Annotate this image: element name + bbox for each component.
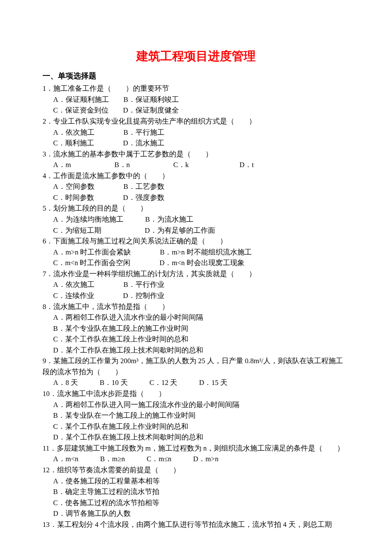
question-text: 11．多层建筑施工中施工段数为 m，施工过程数为 n，则组织流水施工应满足的条件… [43, 443, 349, 454]
option-line: A．两相邻工作队进入流水作业的最小时间间隔 [53, 312, 349, 323]
question: 6．下面施工段与施工过程之间关系说法正确的是（ ）A．m>n 时工作面会紧缺 B… [43, 236, 349, 269]
question-options: A．使各施工段的工程量基本相等B．确定主导施工过程的流水节拍C．使各施工过程的流… [43, 476, 349, 519]
question: 10．流水施工中流水步距是指（ ）A．两相邻工作队进入同一施工段流水作业的最小时… [43, 388, 349, 443]
option-line: C．顺利施工 D．流水施工 [53, 138, 349, 149]
question-text: 8．流水施工中，流水节拍是指（ ） [43, 301, 349, 312]
question: 13．某工程划分 4 个流水段，由两个施工队进行等节拍流水施工，流水节拍 4 天… [43, 519, 349, 530]
question-options: A．为连续均衡地施工 B．为流水施工C．为缩短工期 D．为有足够的工作面 [43, 214, 349, 236]
question-text: 1．施工准备工作是（ ）的重要环节 [43, 83, 349, 94]
option-line: A．依次施工 B．平行施工 [53, 127, 349, 138]
question-text: 2．专业工作队实现专业化且提高劳动生产率的组织方式是（ ） [43, 116, 349, 127]
question: 9．某施工段的工作量为 200m³，施工队的人数为 25 人，日产量 0.8m³… [43, 356, 349, 388]
question-text: 7．流水作业是一种科学组织施工的计划方法，其实质就是（ ） [43, 269, 349, 280]
option-line: D．调节各施工队的人数 [53, 508, 349, 519]
option-line: C．m<n 时工作面会空闲 D．m<n 时会出现窝工现象 [53, 257, 349, 269]
option-line: C．为缩短工期 D．为有足够的工作面 [53, 225, 349, 236]
question: 4．工作面是流水施工参数中的（ ）A．空间参数 B．工艺参数C．时间参数 D．强… [43, 171, 349, 203]
question-options: A．m<n B．m≥n C．m≤n D．m>n [43, 454, 349, 465]
question-options: A．依次施工 B．平行作业C．连续作业 D．控制作业 [43, 279, 349, 301]
question: 12．组织等节奏流水需要的前提是（ ）A．使各施工段的工程量基本相等B．确定主导… [43, 465, 349, 519]
question-text: 5．划分施工段的目的是（ ） [43, 203, 349, 214]
question-text: 12．组织等节奏流水需要的前提是（ ） [43, 465, 349, 476]
option-line: A．m>n 时工作面会紧缺 B．m>n 时不能组织流水施工 [53, 247, 349, 258]
option-line: A．m<n B．m≥n C．m≤n D．m>n [53, 454, 349, 465]
option-line: A．保证顺利施工 B．保证顺利竣工 [53, 94, 349, 105]
question-options: A．两相邻工作队进入流水作业的最小时间间隔B．某个专业队在施工段上的施工作业时间… [43, 312, 349, 356]
option-line: A．m B．n C．k D．t [53, 159, 349, 171]
question-text: 10．流水施工中流水步距是指（ ） [43, 388, 349, 399]
option-line: A．依次施工 B．平行作业 [53, 279, 349, 290]
option-line: A．为连续均衡地施工 B．为流水施工 [53, 214, 349, 225]
question-text: 9．某施工段的工作量为 200m³，施工队的人数为 25 人，日产量 0.8m³… [43, 356, 349, 377]
question-text: 4．工作面是流水施工参数中的（ ） [43, 171, 349, 182]
option-line: C．连续作业 D．控制作业 [53, 290, 349, 301]
option-line: B．确定主导施工过程的流水节拍 [53, 486, 349, 497]
option-line: A．两相邻工作队进入同一施工段流水作业的最小时间间隔 [53, 399, 349, 410]
question-text: 13．某工程划分 4 个流水段，由两个施工队进行等节拍流水施工，流水节拍 4 天… [43, 519, 349, 530]
question-options: A．m B．n C．k D．t [43, 159, 349, 171]
option-line: A．8 天 B．10 天 C．12 天 D．15 天 [53, 377, 349, 388]
option-line: C．某个工作队在施工段上作业时间的总和 [53, 334, 349, 345]
option-line: C．保证资金到位 D．保证制度健全 [53, 105, 349, 116]
option-line: C．时间参数 D．强度参数 [53, 192, 349, 203]
question-options: A．保证顺利施工 B．保证顺利竣工C．保证资金到位 D．保证制度健全 [43, 94, 349, 116]
option-line: B．某个专业队在施工段上的施工作业时间 [53, 323, 349, 334]
option-line: A．空间参数 B．工艺参数 [53, 181, 349, 192]
section-header: 一、单项选择题 [43, 70, 349, 82]
question-options: A．m>n 时工作面会紧缺 B．m>n 时不能组织流水施工C．m<n 时工作面会… [43, 247, 349, 269]
question: 11．多层建筑施工中施工段数为 m，施工过程数为 n，则组织流水施工应满足的条件… [43, 443, 349, 465]
question-options: A．空间参数 B．工艺参数C．时间参数 D．强度参数 [43, 181, 349, 203]
question-options: A．依次施工 B．平行施工C．顺利施工 D．流水施工 [43, 127, 349, 149]
question-options: A．8 天 B．10 天 C．12 天 D．15 天 [43, 377, 349, 388]
option-line: B．某专业队在一个施工段上的施工作业时间 [53, 410, 349, 421]
question-options: A．两相邻工作队进入同一施工段流水作业的最小时间间隔B．某专业队在一个施工段上的… [43, 399, 349, 443]
questions-container: 1．施工准备工作是（ ）的重要环节A．保证顺利施工 B．保证顺利竣工C．保证资金… [43, 83, 349, 530]
option-line: C．某个工作队在施工段上作业时间的总和 [53, 421, 349, 432]
question: 8．流水施工中，流水节拍是指（ ）A．两相邻工作队进入流水作业的最小时间间隔B．… [43, 301, 349, 356]
question-text: 3．流水施工的基本参数中属于工艺参数的是（ ） [43, 149, 349, 160]
question: 5．划分施工段的目的是（ ）A．为连续均衡地施工 B．为流水施工C．为缩短工期 … [43, 203, 349, 236]
page-title: 建筑工程项目进度管理 [43, 47, 349, 65]
option-line: D．某个工作队在施工段上技术间歇时间的总和 [53, 432, 349, 443]
option-line: A．使各施工段的工程量基本相等 [53, 476, 349, 487]
question-text: 6．下面施工段与施工过程之间关系说法正确的是（ ） [43, 236, 349, 247]
option-line: D．某个工作队在施工段上技术间歇时间的总和 [53, 345, 349, 356]
question: 2．专业工作队实现专业化且提高劳动生产率的组织方式是（ ）A．依次施工 B．平行… [43, 116, 349, 149]
option-line: C．使各施工过程的流水节拍相等 [53, 497, 349, 509]
question: 3．流水施工的基本参数中属于工艺参数的是（ ）A．m B．n C．k D．t [43, 149, 349, 171]
question: 1．施工准备工作是（ ）的重要环节A．保证顺利施工 B．保证顺利竣工C．保证资金… [43, 83, 349, 116]
question: 7．流水作业是一种科学组织施工的计划方法，其实质就是（ ）A．依次施工 B．平行… [43, 269, 349, 301]
